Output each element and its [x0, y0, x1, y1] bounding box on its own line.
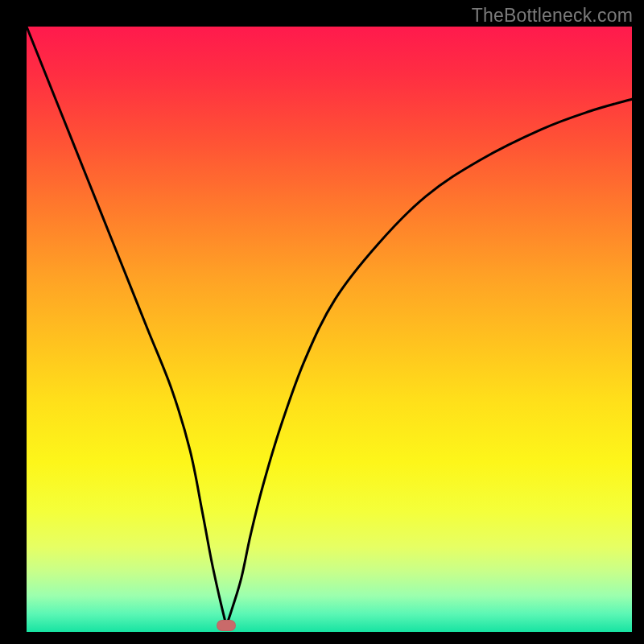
minimum-marker: [217, 620, 236, 631]
chart-frame: TheBottleneck.com: [0, 0, 644, 644]
curve-left-branch: [27, 27, 226, 625]
plot-area: [27, 27, 632, 632]
curve-svg: [27, 27, 632, 632]
watermark-text: TheBottleneck.com: [472, 5, 633, 27]
curve-right-branch: [226, 99, 632, 625]
